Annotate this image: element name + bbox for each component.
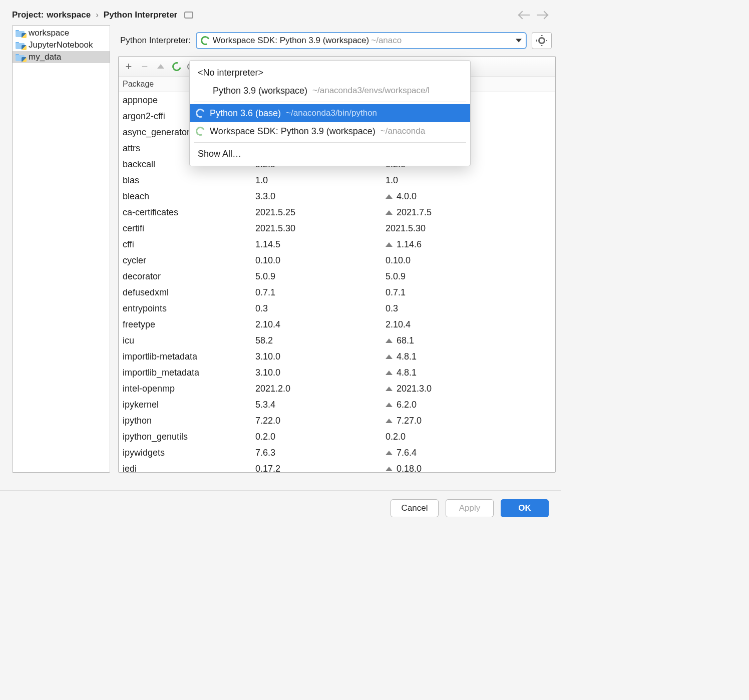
package-row[interactable]: ca-certificates2021.5.252021.7.5 [119,204,555,220]
package-row[interactable]: intel-openmp2021.2.02021.3.0 [119,381,555,397]
tree-item[interactable]: workspace [13,27,110,39]
upgrade-available-icon [386,355,393,359]
package-row[interactable]: freetype2.10.42.10.4 [119,316,555,332]
package-name: cffi [123,237,255,251]
package-version: 0.17.2 [255,462,386,472]
package-latest: 6.2.0 [386,398,551,412]
package-latest: 2021.3.0 [386,382,551,396]
interpreter-option[interactable]: Python 3.9 (workspace)~/anaconda3/envs/w… [190,82,470,100]
package-name: cycler [123,253,255,267]
add-package-button[interactable]: + [122,60,136,74]
package-name: certifi [123,221,255,235]
package-row[interactable]: cycler0.10.00.10.0 [119,252,555,268]
folder-icon [16,53,26,61]
interpreter-option-name: Workspace SDK: Python 3.9 (workspace) [210,126,376,137]
interpreter-option-path: ~/anaconda [381,126,425,136]
nav-forward-icon[interactable] [536,11,549,20]
package-row[interactable]: defusedxml0.7.10.7.1 [119,284,555,300]
package-latest: 0.7.1 [386,285,551,299]
copy-icon[interactable] [184,12,193,19]
package-name: entrypoints [123,301,255,315]
package-latest: 1.14.6 [386,237,551,251]
tree-item-label: workspace [29,28,69,38]
project-name: workspace [47,10,91,20]
package-version: 0.3 [255,301,386,315]
package-name: importlib_metadata [123,366,255,380]
upgrade-available-icon [386,419,393,423]
package-latest: 2.10.4 [386,317,551,331]
python-env-icon [194,125,206,137]
package-latest: 68.1 [386,333,551,347]
package-row[interactable]: jedi0.17.20.18.0 [119,461,555,472]
package-row[interactable]: decorator5.0.95.0.9 [119,268,555,284]
upgrade-available-icon [386,242,393,247]
interpreter-option-path: ~/anaconda3/bin/python [286,108,377,118]
package-row[interactable]: importlib-metadata3.10.04.8.1 [119,348,555,365]
package-row[interactable]: ipython7.22.07.27.0 [119,413,555,429]
upgrade-available-icon [386,210,393,215]
package-latest: 5.0.9 [386,269,551,283]
package-row[interactable]: cffi1.14.51.14.6 [119,236,555,252]
package-row[interactable]: bleach3.3.04.0.0 [119,188,555,204]
package-name: bleach [123,189,255,203]
upgrade-available-icon [386,467,393,471]
project-label: Project: [12,10,44,20]
interpreter-option[interactable]: Python 3.6 (base)~/anaconda3/bin/python [190,104,470,122]
breadcrumb-chevron-icon: › [95,10,100,20]
interpreter-selected-name: Workspace SDK: Python 3.9 (workspace) [213,36,369,46]
package-name: defusedxml [123,285,255,299]
upgrade-available-icon [386,371,393,375]
package-version: 5.3.4 [255,398,386,412]
interpreter-dropdown-panel: <No interpreter> Python 3.9 (workspace)~… [189,60,471,166]
interpreter-show-all[interactable]: Show All… [190,145,470,163]
package-row[interactable]: ipykernel5.3.46.2.0 [119,397,555,413]
package-version: 0.2.0 [255,430,386,444]
package-name: ipywidgets [123,446,255,460]
upgrade-available-icon [386,451,393,455]
package-name: ipython_genutils [123,430,255,444]
breadcrumb: Project: workspace › Python Interpreter [0,0,561,25]
package-row[interactable]: ipython_genutils0.2.00.2.0 [119,429,555,445]
ok-button[interactable]: OK [501,499,549,517]
package-latest: 0.3 [386,301,551,315]
package-row[interactable]: ipywidgets7.6.37.6.4 [119,445,555,461]
package-latest: 4.8.1 [386,349,551,364]
package-version: 3.3.0 [255,189,386,203]
package-version: 7.6.3 [255,446,386,460]
package-version: 0.10.0 [255,253,386,267]
package-version: 0.7.1 [255,285,386,299]
package-row[interactable]: blas1.01.0 [119,172,555,188]
remove-package-button[interactable]: − [138,60,152,74]
python-env-icon [199,35,211,46]
interpreter-settings-button[interactable] [532,32,552,49]
upgrade-package-button[interactable] [154,60,168,74]
tree-item-label: JupyterNotebook [29,40,93,50]
package-version: 7.22.0 [255,414,386,428]
package-row[interactable]: certifi2021.5.302021.5.30 [119,220,555,236]
package-version: 2021.2.0 [255,382,386,396]
interpreter-option[interactable]: Workspace SDK: Python 3.9 (workspace)~/a… [190,122,470,140]
package-row[interactable]: icu58.268.1 [119,332,555,348]
package-version: 2021.5.30 [255,221,386,235]
package-row[interactable]: importlib_metadata3.10.04.8.1 [119,365,555,381]
folder-icon [16,41,26,49]
interpreter-option-name: Python 3.9 (workspace) [213,86,307,96]
tree-item-label: my_data [29,52,61,62]
package-latest: 7.6.4 [386,446,551,460]
tree-item[interactable]: JupyterNotebook [13,39,110,51]
package-name: intel-openmp [123,382,255,396]
interpreter-option-none[interactable]: <No interpreter> [190,64,470,82]
interpreter-option-name: Python 3.6 (base) [210,108,281,119]
package-name: ca-certificates [123,205,255,219]
interpreter-dropdown[interactable]: Workspace SDK: Python 3.9 (workspace) ~/… [196,32,527,49]
package-version: 58.2 [255,333,386,347]
reload-packages-button[interactable] [170,60,184,74]
package-name: jedi [123,462,255,472]
package-name: decorator [123,269,255,283]
chevron-down-icon [516,39,522,43]
cancel-button[interactable]: Cancel [391,499,439,517]
tree-item[interactable]: my_data [13,51,110,63]
nav-back-icon[interactable] [518,11,531,20]
apply-button: Apply [446,499,494,517]
package-row[interactable]: entrypoints0.30.3 [119,300,555,316]
